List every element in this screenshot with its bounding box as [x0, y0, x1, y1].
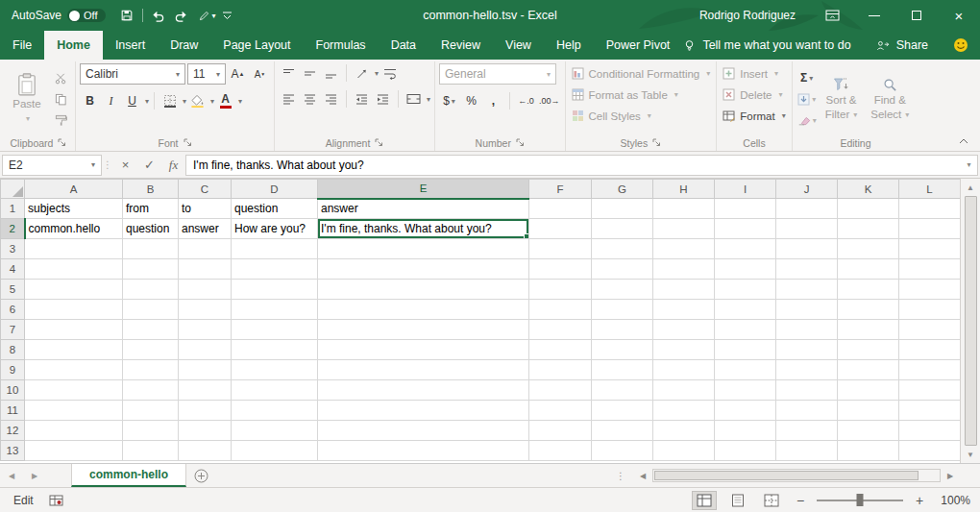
cell-J11[interactable]: [776, 401, 838, 421]
borders-button[interactable]: [159, 91, 180, 110]
formula-bar-expand-icon[interactable]: ▾: [961, 155, 978, 176]
font-dialog-launcher-icon[interactable]: [184, 138, 192, 147]
decrease-decimal-button[interactable]: .00→: [538, 91, 561, 110]
feedback-smiley-button[interactable]: [953, 37, 968, 53]
minimize-button[interactable]: [853, 0, 895, 31]
cell-E2[interactable]: I'm fine, thanks. What about you?: [318, 219, 529, 239]
row-header-8[interactable]: 8: [1, 340, 25, 360]
find-select-button[interactable]: Find & Select▾: [865, 75, 915, 124]
cell-E7[interactable]: [318, 320, 529, 340]
cell-C7[interactable]: [179, 320, 232, 340]
cell-I7[interactable]: [715, 320, 776, 340]
tab-view[interactable]: View: [493, 31, 544, 60]
cell-L1[interactable]: [899, 199, 961, 219]
cell-J13[interactable]: [776, 441, 838, 461]
cell-B9[interactable]: [123, 360, 179, 380]
undo-button[interactable]: [147, 2, 170, 29]
cell-A10[interactable]: [25, 380, 123, 401]
cell-B13[interactable]: [123, 441, 179, 461]
fill-color-button[interactable]: [187, 91, 208, 110]
cell-E11[interactable]: [318, 401, 529, 421]
cell-I4[interactable]: [715, 259, 776, 280]
cell-K9[interactable]: [838, 360, 899, 380]
cell-C5[interactable]: [179, 280, 232, 300]
bottom-align-button[interactable]: [321, 63, 341, 83]
cell-H1[interactable]: [653, 199, 715, 219]
tell-me-box[interactable]: Tell me what you want to do: [683, 38, 850, 52]
cell-J8[interactable]: [776, 340, 838, 360]
zoom-percentage[interactable]: 100%: [936, 494, 970, 507]
cell-I5[interactable]: [715, 280, 776, 300]
macro-record-button[interactable]: [49, 495, 63, 506]
vertical-scrollbar[interactable]: ▲ ▼: [960, 179, 980, 463]
cell-F9[interactable]: [529, 360, 592, 380]
row-header-2[interactable]: 2: [1, 219, 25, 239]
hscroll-right-icon[interactable]: ▶: [942, 472, 959, 480]
column-header-G[interactable]: G: [592, 180, 653, 199]
cell-B12[interactable]: [123, 421, 179, 441]
column-header-I[interactable]: I: [715, 180, 776, 199]
cell-I12[interactable]: [715, 421, 776, 441]
cell-G7[interactable]: [592, 320, 653, 340]
cell-G5[interactable]: [592, 280, 653, 300]
column-header-D[interactable]: D: [232, 180, 318, 199]
cell-J12[interactable]: [776, 421, 838, 441]
cell-A2[interactable]: common.hello: [25, 219, 123, 239]
cell-C13[interactable]: [179, 441, 232, 461]
cell-J10[interactable]: [776, 380, 838, 401]
cell-K8[interactable]: [838, 340, 899, 360]
enter-button[interactable]: ✓: [137, 155, 161, 176]
cell-E9[interactable]: [318, 360, 529, 380]
autosum-button[interactable]: Σ▾: [796, 68, 818, 87]
cell-H8[interactable]: [653, 340, 715, 360]
maximize-button[interactable]: [895, 0, 938, 31]
cell-G1[interactable]: [592, 199, 653, 219]
cell-D9[interactable]: [232, 360, 318, 380]
cell-B1[interactable]: from: [123, 199, 179, 219]
cell-E13[interactable]: [318, 441, 529, 461]
accounting-format-button[interactable]: $▾: [439, 91, 459, 110]
horizontal-scroll-thumb[interactable]: [654, 471, 919, 480]
cell-H2[interactable]: [653, 219, 715, 239]
cell-J7[interactable]: [776, 320, 838, 340]
delete-cells-button[interactable]: Delete▾: [721, 85, 784, 105]
cell-L9[interactable]: [899, 360, 961, 380]
cell-J9[interactable]: [776, 360, 838, 380]
font-size-select[interactable]: 11▾: [187, 63, 226, 85]
row-header-5[interactable]: 5: [1, 280, 25, 300]
paste-button[interactable]: Paste ▾: [6, 70, 48, 128]
cell-J1[interactable]: [776, 199, 838, 219]
cell-A9[interactable]: [25, 360, 123, 380]
cell-A4[interactable]: [25, 259, 123, 280]
collapse-ribbon-button[interactable]: [953, 134, 974, 148]
number-dialog-launcher-icon[interactable]: [516, 138, 525, 147]
cell-C3[interactable]: [179, 239, 232, 259]
tab-formulas[interactable]: Formulas: [304, 31, 379, 60]
cell-L3[interactable]: [899, 239, 961, 259]
row-header-13[interactable]: 13: [1, 441, 25, 461]
sort-filter-button[interactable]: Sort & Filter▾: [820, 74, 864, 124]
column-header-L[interactable]: L: [899, 180, 961, 199]
cell-G4[interactable]: [592, 259, 653, 280]
horizontal-scrollbar[interactable]: [652, 469, 941, 482]
tab-power-pivot[interactable]: Power Pivot: [594, 31, 683, 60]
cell-L8[interactable]: [899, 340, 961, 360]
number-format-select[interactable]: General▾: [439, 63, 556, 85]
cell-J2[interactable]: [776, 219, 838, 239]
user-name[interactable]: Rodrigo Rodriguez: [699, 9, 796, 22]
cell-C11[interactable]: [179, 401, 232, 421]
column-header-A[interactable]: A: [25, 180, 123, 199]
font-color-button[interactable]: A: [215, 91, 235, 110]
sheet-nav-left-icon[interactable]: ◀: [0, 464, 23, 487]
cell-A3[interactable]: [25, 239, 123, 259]
cell-B7[interactable]: [123, 320, 179, 340]
comma-style-button[interactable]: ,: [483, 91, 503, 110]
cell-I11[interactable]: [715, 401, 776, 421]
cell-J6[interactable]: [776, 300, 838, 320]
vertical-scroll-thumb[interactable]: [965, 196, 977, 446]
underline-button[interactable]: U: [122, 91, 142, 110]
tab-insert[interactable]: Insert: [103, 31, 158, 60]
cell-C10[interactable]: [179, 380, 232, 401]
cell-K6[interactable]: [838, 300, 899, 320]
cell-E3[interactable]: [318, 239, 529, 259]
